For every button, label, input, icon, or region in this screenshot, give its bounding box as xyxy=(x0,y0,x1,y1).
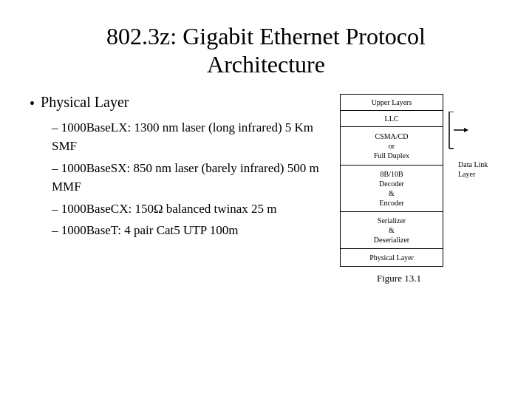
list-item: 1000BaseCX: 150Ω balanced twinax 25 m xyxy=(52,200,325,219)
svg-marker-4 xyxy=(464,128,468,132)
right-diagram: Upper Layers LLC CSMA/CD or Full Duplex … xyxy=(340,94,502,284)
encoder-box: 8B/10B Decoder & Encoder xyxy=(341,166,443,212)
data-link-label: Data Link Layer xyxy=(458,160,488,179)
sub-bullet-list: 1000BaseLX: 1300 nm laser (long infrared… xyxy=(52,118,325,240)
list-item: 1000BaseSX: 850 nm laser (barely infrare… xyxy=(52,159,325,197)
llc-box: LLC xyxy=(341,111,443,127)
csmacd-box: CSMA/CD or Full Duplex xyxy=(341,127,443,166)
main-bullet-text: Physical Layer xyxy=(41,94,129,111)
bullet-dot: • xyxy=(30,95,35,112)
list-item: 1000BaseLX: 1300 nm laser (long infrared… xyxy=(52,118,325,156)
list-item: 1000BaseT: 4 pair Cat5 UTP 100m xyxy=(52,221,325,240)
main-bullet: • Physical Layer xyxy=(30,94,325,112)
upper-layers-box: Upper Layers xyxy=(341,95,443,111)
serializer-box: Serializer & Deserializer xyxy=(341,212,443,249)
physical-layer-box: Physical Layer xyxy=(341,249,443,266)
figure-caption: Figure 13.1 xyxy=(340,273,458,284)
page-title: 802.3z: Gigabit Ethernet Protocol Archit… xyxy=(30,22,502,79)
diagram-boxes: Upper Layers LLC CSMA/CD or Full Duplex … xyxy=(340,94,443,267)
left-content: • Physical Layer 1000BaseLX: 1300 nm las… xyxy=(30,94,340,243)
